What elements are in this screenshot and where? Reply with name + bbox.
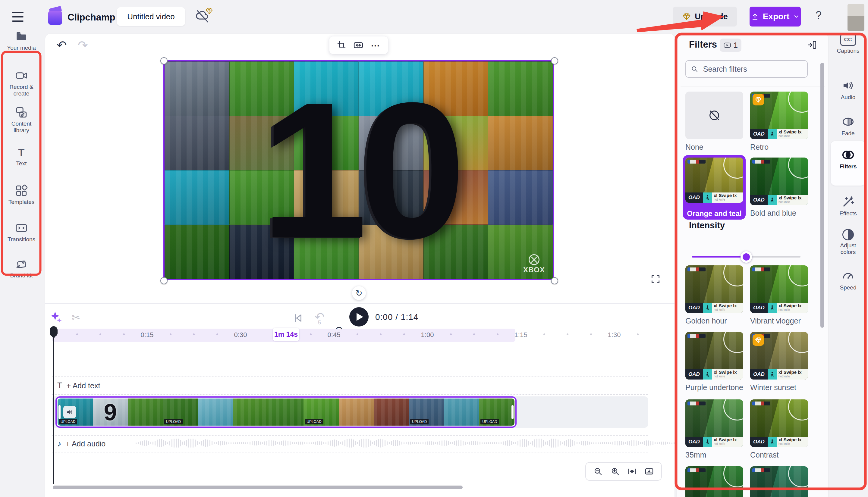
premium-gem-icon	[205, 6, 213, 16]
clip-badge-icon	[723, 41, 731, 49]
video-preview[interactable]: 10 XBOX	[163, 60, 554, 280]
camera-icon	[15, 69, 28, 82]
more-options-button[interactable]: ⋯	[371, 40, 381, 51]
intensity-slider[interactable]	[692, 249, 800, 265]
search-box	[685, 60, 808, 78]
collapse-timeline-button[interactable]	[644, 467, 654, 476]
clip-thumbnail: UPLOAD	[479, 398, 515, 426]
tab-captions[interactable]: CCCaptions	[828, 34, 868, 54]
sidebar-item-transitions[interactable]: Transitions	[0, 222, 43, 243]
menu-icon[interactable]	[12, 12, 24, 22]
clip-thumbnail	[339, 398, 374, 426]
filter-label: Vibrant vlogger	[750, 316, 801, 325]
filter-option-35mm[interactable]: OADxl Swipe lxhot knife	[685, 399, 743, 447]
sidebar-item-your-media[interactable]: Your media	[0, 30, 43, 51]
search-input[interactable]	[702, 65, 802, 74]
upload-tag: UPLOAD	[410, 419, 429, 424]
filter-option-vibrant-vlogger[interactable]: OADxl Swipe lxhot knife	[750, 265, 808, 313]
video-title-field[interactable]: Untitled video	[117, 7, 185, 26]
sidebar-item-templates[interactable]: Templates	[0, 184, 43, 205]
preview-toolbar: ⋯	[330, 37, 388, 54]
filter-option-purple-undertone[interactable]: OADxl Swipe lxhot knife	[685, 332, 743, 380]
resize-handle-top-left[interactable]	[160, 57, 168, 65]
ruler-minor-tick	[356, 333, 358, 335]
filter-option-winter-sunset[interactable]: OADxl Swipe lxhot knife	[750, 332, 808, 380]
upgrade-button[interactable]: Upgrade	[673, 6, 737, 27]
ruler-tick: 1:30	[608, 331, 621, 339]
filter-option-bold-and-blue[interactable]: OADxl Swipe lxhot knife	[750, 158, 808, 205]
playhead[interactable]	[50, 326, 58, 337]
panel-scrollbar[interactable]	[821, 63, 824, 328]
sidebar-item-brand-kit[interactable]: Brand kit	[0, 258, 43, 279]
clip-thumbnail	[233, 398, 268, 426]
rotate-button[interactable]: ↻	[352, 286, 366, 300]
fit-button[interactable]	[353, 40, 363, 50]
undo-button[interactable]: ↶	[57, 39, 67, 51]
fullscreen-button[interactable]	[650, 274, 661, 284]
tab-effects[interactable]: Effects	[828, 195, 868, 217]
filter-option-golden-hour[interactable]: OADxl Swipe lxhot knife	[685, 265, 743, 313]
ruler-minor-tick	[170, 333, 171, 335]
sidebar-item-text[interactable]: TText	[0, 146, 43, 167]
avatar[interactable]	[848, 4, 864, 31]
countdown-number: 10	[165, 61, 553, 279]
collapse-panel-icon[interactable]	[807, 40, 817, 50]
filter-option-filter-11[interactable]: OADxl Swipe lxhot knife	[750, 466, 808, 497]
play-button[interactable]	[349, 307, 368, 327]
help-button[interactable]: ?	[815, 9, 822, 22]
filter-label: 35mm	[685, 451, 706, 459]
ruler-minor-tick	[193, 333, 195, 335]
resize-handle-bottom-right[interactable]	[551, 277, 558, 284]
thumbnail-caption: OADxl Swipe lxhot knife	[750, 303, 808, 313]
clip-trim-handle-right[interactable]	[512, 405, 514, 419]
clip-audio-icon[interactable]	[63, 406, 76, 418]
tab-filters[interactable]: Filters	[828, 148, 868, 170]
sidebar-item-content-library[interactable]: Content library	[0, 106, 43, 134]
brandkit-icon	[15, 258, 28, 270]
filter-label: Retro	[750, 143, 769, 152]
fit-timeline-button[interactable]	[627, 467, 637, 476]
redo-button[interactable]: ↷	[78, 39, 88, 51]
zoom-in-button[interactable]	[610, 467, 620, 476]
ai-sparkle-button[interactable]	[50, 311, 63, 325]
export-button[interactable]: Export	[750, 6, 801, 27]
sidebar-item-record-create[interactable]: Record & create	[0, 69, 43, 97]
scoreboard-chip	[752, 268, 770, 271]
ruler-tick: 0:15	[141, 331, 154, 339]
tab-audio[interactable]: Audio	[828, 79, 868, 101]
chevron-down-icon	[793, 13, 800, 20]
filter-option-orange-and-teal-selected[interactable]: OADxl Swipe lxhot knifeOrange and teal	[683, 155, 746, 219]
split-scissors-button[interactable]: ✂	[72, 311, 81, 324]
filter-option-filter-10[interactable]: OADxl Swipe lxhot knife	[685, 466, 743, 497]
zoom-out-button[interactable]	[593, 467, 603, 476]
crop-button[interactable]	[337, 41, 346, 50]
filter-option-retro[interactable]: OADxl Swipe lxhot knife	[750, 91, 808, 139]
video-clip[interactable]: UPLOAD9UPLOADUPLOADUPLOADUPLOAD	[55, 396, 517, 428]
resize-handle-bottom-left[interactable]	[160, 277, 168, 284]
tab-fade[interactable]: Fade	[828, 115, 868, 137]
audio-track-icon: ♪	[57, 439, 61, 449]
ruler-minor-tick	[566, 333, 569, 335]
ruler-minor-tick	[76, 333, 78, 335]
ruler-minor-tick	[99, 333, 101, 335]
filter-option-none[interactable]	[685, 91, 743, 139]
add-text-track[interactable]: T + Add text	[52, 377, 648, 395]
filter-label: Bold and blue	[750, 209, 796, 217]
skip-to-start-button[interactable]	[292, 312, 304, 324]
filter-option-contrast[interactable]: OADxl Swipe lxhot knife	[750, 399, 808, 447]
ruler-minor-tick	[310, 333, 312, 335]
timeline-ruler[interactable]: 0:150:300:451:001:151:30 1m 14s	[45, 327, 674, 343]
slider-thumb[interactable]	[741, 251, 752, 262]
thumbnail-caption: OADxl Swipe lxhot knife	[685, 369, 743, 380]
tab-speed[interactable]: Speed	[828, 269, 868, 291]
timeline-scrollbar[interactable]	[53, 485, 463, 489]
resize-handle-top-right[interactable]	[551, 57, 558, 65]
export-label: Export	[763, 12, 790, 22]
audio-icon	[841, 79, 855, 92]
tab-adjust-colors[interactable]: Adjust colors	[828, 229, 868, 255]
selected-clip-badge: 1	[720, 39, 741, 52]
upload-tag: UPLOAD	[305, 419, 323, 424]
cloud-sync-off-icon[interactable]	[195, 9, 211, 25]
rewind-5-button[interactable]: ↶5	[313, 311, 326, 325]
clip-trim-handle-left[interactable]	[58, 405, 60, 419]
